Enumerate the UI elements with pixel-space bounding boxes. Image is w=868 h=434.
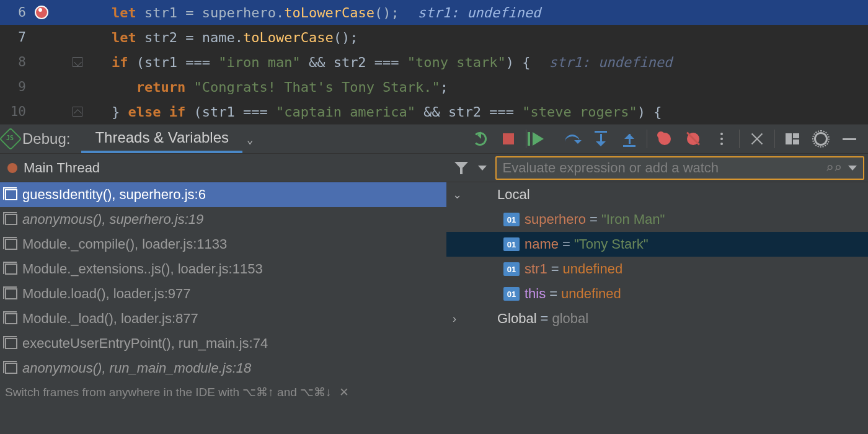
variables-pane[interactable]: ⌄ Local 01 superhero="Iron Man" 01 name=… [446,182,868,434]
frame-icon [5,288,17,299]
separator [647,130,647,148]
line-number: 10 [0,104,31,119]
type-badge: 01 [503,237,520,251]
frame-row[interactable]: anonymous(), superhero.js:19 [0,207,446,232]
scope-global[interactable]: › Global=global [446,306,868,331]
code-text: let str1 = superhero.toLowerCase();str1:… [87,5,868,20]
type-badge: 01 [503,287,520,301]
debug-actions [466,126,868,151]
frames-pane[interactable]: guessIdentity(), superhero.js:6 anonymou… [0,182,446,434]
frames-tip: Switch frames from anywhere in the IDE w… [0,381,446,403]
code-line-10[interactable]: 10 } else if (str1 === "captain america"… [0,99,868,124]
line-number: 8 [0,55,31,69]
code-text: return "Congrats! That's Tony Stark."; [87,79,868,95]
frame-icon [5,239,17,250]
frames-dropdown-icon[interactable] [478,166,487,170]
minimize-icon [843,138,856,140]
step-over-icon [565,135,580,143]
frame-row[interactable]: Module._load(), loader.js:877 [0,306,446,331]
breakpoint-icon[interactable] [35,6,48,19]
variable-row[interactable]: 01 name="Tony Stark" [446,232,868,257]
view-breakpoints-button[interactable] [651,126,678,151]
frame-row[interactable]: executeUserEntryPoint(), run_main.js:74 [0,331,446,356]
step-out-icon [629,134,631,144]
variable-row[interactable]: 01 str1=undefined [446,257,868,281]
evaluate-expression-box[interactable]: ⌕⌕ [495,156,864,180]
fold-icon[interactable] [73,57,82,67]
frame-row[interactable]: anonymous(), run_main_module.js:18 [0,356,446,381]
debug-panes: guessIdentity(), superhero.js:6 anonymou… [0,182,868,434]
rerun-button[interactable] [466,126,494,151]
debug-toolwindow-header: Debug: Threads & Variables ⌄ [0,124,868,154]
chevron-right-icon[interactable]: › [453,312,466,326]
tip-close-icon[interactable]: ✕ [339,385,349,399]
code-text: let str2 = name.toLowerCase(); [87,30,868,45]
gear-icon [814,132,828,146]
mute-breakpoints-icon [687,133,699,145]
code-line-8[interactable]: 8 if (str1 === "iron man" && str2 === "t… [0,50,868,74]
gutter-breakpoint[interactable] [31,6,68,19]
layout-icon [786,133,799,144]
frame-icon [5,189,17,200]
step-over-button[interactable] [559,126,586,151]
resume-icon [533,132,544,146]
node-icon [0,128,22,151]
tab-dropdown-icon[interactable]: ⌄ [242,125,257,153]
close-icon [751,133,763,145]
settings-button[interactable] [807,126,835,151]
frame-icon [5,214,17,225]
rerun-icon [473,132,487,146]
frame-row[interactable]: Module._extensions..js(), loader.js:1153 [0,257,446,281]
filter-icon[interactable] [454,162,468,174]
glasses-icon[interactable]: ⌕⌕ [826,160,843,175]
frame-icon [5,264,17,275]
inline-hint: str1: undefined [399,5,541,20]
mute-breakpoints-button[interactable] [680,126,707,151]
frame-icon [5,338,17,349]
code-text: if (str1 === "iron man" && str2 === "ton… [87,55,868,70]
debug-subheader: Main Thread ⌕⌕ [0,154,868,182]
evaluate-expression-input[interactable] [503,160,820,176]
step-into-icon [600,134,602,144]
scope-local[interactable]: ⌄ Local [446,182,868,207]
more-actions-button[interactable] [708,126,735,151]
debug-label: Debug: [22,130,81,148]
frame-icon [5,363,17,374]
step-into-button[interactable] [587,126,614,151]
code-editor[interactable]: 6 let str1 = superhero.toLowerCase();str… [0,0,868,124]
eval-history-dropdown-icon[interactable] [848,166,857,170]
separator [526,130,526,148]
frame-row[interactable]: guessIdentity(), superhero.js:6 [0,182,446,207]
frame-row[interactable]: Module._compile(), loader.js:1133 [0,232,446,257]
minimize-button[interactable] [836,126,863,151]
line-number: 9 [0,79,31,94]
stop-icon [503,133,514,144]
line-number: 6 [0,5,31,20]
layout-button[interactable] [779,126,806,151]
line-number: 7 [0,30,31,45]
variable-row[interactable]: 01 this=undefined [446,281,868,306]
separator [774,130,775,148]
separator [739,130,740,148]
stop-button[interactable] [495,126,522,151]
type-badge: 01 [503,213,520,226]
frame-icon [5,313,17,324]
thread-name[interactable]: Main Thread [24,160,100,176]
inline-hint: str1: undefined [531,55,673,70]
chevron-down-icon[interactable]: ⌄ [453,188,466,202]
tab-threads-variables[interactable]: Threads & Variables [81,125,242,153]
step-out-button[interactable] [616,126,643,151]
frame-row[interactable]: Module.load(), loader.js:977 [0,281,446,306]
code-text: } else if (str1 === "captain america" &&… [87,104,868,120]
thread-status-icon [7,163,17,173]
close-tab-button[interactable] [743,126,771,151]
debug-tabs: Threads & Variables ⌄ [81,125,257,153]
code-line-7[interactable]: 7 let str2 = name.toLowerCase(); [0,25,868,50]
code-line-9[interactable]: 9 return "Congrats! That's Tony Stark."; [0,74,868,99]
resume-button[interactable] [530,126,557,151]
more-icon [720,138,723,140]
code-line-6[interactable]: 6 let str1 = superhero.toLowerCase();str… [0,0,868,25]
variable-row[interactable]: 01 superhero="Iron Man" [446,207,868,232]
type-badge: 01 [503,262,520,276]
fold-up-icon[interactable] [73,107,82,117]
